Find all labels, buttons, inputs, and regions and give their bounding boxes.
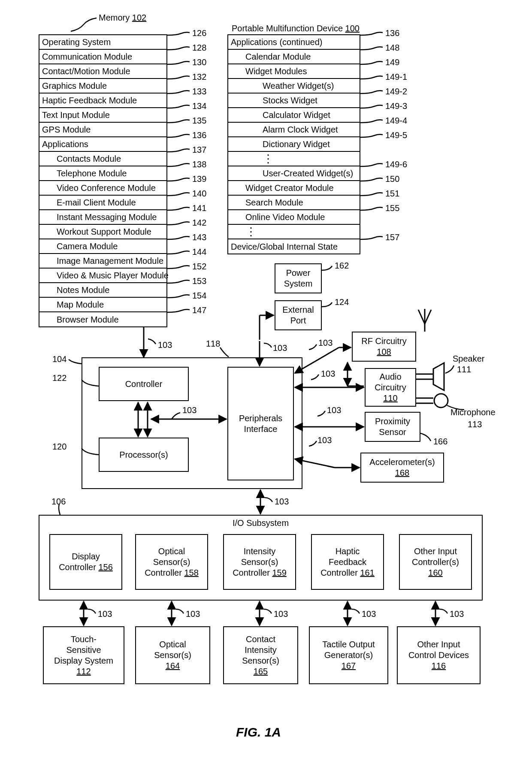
ref-153: 153 <box>192 276 206 286</box>
list-row: Stocks Widget <box>228 94 360 108</box>
list-row: Graphics Module <box>39 79 166 94</box>
ref-140: 140 <box>192 189 206 199</box>
ref-139: 139 <box>192 174 206 184</box>
ref-106: 106 <box>51 497 66 507</box>
memory-box: Operating SystemCommunication ModuleCont… <box>39 34 167 327</box>
ref-152: 152 <box>192 262 206 272</box>
ref-144: 144 <box>192 247 206 257</box>
ref-104: 104 <box>52 354 66 364</box>
audio-circuitry: Audio Circuitry110 <box>365 368 416 407</box>
ref-103-k: 103 <box>274 609 288 619</box>
ref-142: 142 <box>192 218 206 228</box>
ref-130: 130 <box>192 57 206 67</box>
list-row: ⋮ <box>228 225 360 239</box>
list-row: Instant Messaging Module <box>39 210 166 225</box>
ref-103-m: 103 <box>450 609 464 619</box>
haptic-controller: Haptic Feedback Controller 161 <box>311 534 384 590</box>
ref-151: 151 <box>385 189 399 199</box>
external-port: External Port <box>275 300 322 330</box>
optical-controller: Optical Sensor(s) Controller 158 <box>135 534 208 590</box>
list-row: Applications (continued) <box>228 35 360 50</box>
ref-128: 128 <box>192 43 206 53</box>
processor: Processor(s) <box>99 438 189 472</box>
intensity-controller: Intensity Sensor(s) Controller 159 <box>223 534 296 590</box>
ref-149-6: 149-6 <box>385 160 407 169</box>
ref-103-a: 103 <box>158 340 172 350</box>
list-row: Video & Music Player Module <box>39 269 166 283</box>
list-row: Calendar Module <box>228 50 360 64</box>
touch-display: Touch- Sensitive Display System112 <box>43 626 124 684</box>
list-row: Communication Module <box>39 50 166 64</box>
list-row: ⋮ <box>228 152 360 166</box>
list-row: Applications <box>39 137 166 152</box>
ref-149: 149 <box>385 57 399 67</box>
ref-137: 137 <box>192 145 206 155</box>
ref-111: 111 <box>457 365 471 374</box>
ref-148: 148 <box>385 43 399 53</box>
display-controller: Display Controller 156 <box>49 534 122 590</box>
ref-147: 147 <box>192 305 206 315</box>
list-row: Video Conference Module <box>39 181 166 196</box>
ref-126: 126 <box>192 28 206 38</box>
list-row: Contact/Motion Module <box>39 64 166 79</box>
tactile-generator: Tactile Output Generator(s)167 <box>309 626 388 684</box>
list-row: Telephone Module <box>39 166 166 181</box>
list-row: Alarm Clock Widget <box>228 123 360 137</box>
mic-label: Microphone <box>450 408 496 417</box>
power-system: Power System <box>275 263 322 293</box>
ref-162: 162 <box>335 261 349 271</box>
ref-103-l: 103 <box>362 609 376 619</box>
apps-continued-box: Applications (continued)Calendar ModuleW… <box>227 34 360 254</box>
list-row: Text Input Module <box>39 108 166 123</box>
ref-124: 124 <box>335 297 349 307</box>
optical-sensor: Optical Sensor(s)164 <box>135 626 210 684</box>
ref-103-j: 103 <box>186 609 200 619</box>
ref-120: 120 <box>52 442 66 452</box>
ref-166: 166 <box>433 437 447 447</box>
list-row: Online Video Module <box>228 210 360 225</box>
rf-circuitry: RF Circuitry108 <box>352 332 416 362</box>
device-title: Portable Multifunction Device 100 <box>232 24 360 33</box>
ref-103-g: 103 <box>317 435 332 445</box>
list-row: Workout Support Module <box>39 225 166 239</box>
io-subsystem-title: I/O Subsystem <box>39 516 482 528</box>
ref-149-4: 149-4 <box>385 116 407 126</box>
ref-155: 155 <box>385 203 399 213</box>
ref-132: 132 <box>192 72 206 82</box>
peripherals-interface: Peripherals Interface <box>227 367 294 480</box>
ref-149-3: 149-3 <box>385 101 407 111</box>
list-row: GPS Module <box>39 123 166 137</box>
list-row: Device/Global Internal State <box>228 239 360 254</box>
ref-136: 136 <box>192 130 206 140</box>
ref-133: 133 <box>192 87 206 97</box>
contact-sensor: Contact Intensity Sensor(s)165 <box>223 626 298 684</box>
list-row: Dictionary Widget <box>228 137 360 152</box>
list-row: Calculator Widget <box>228 108 360 123</box>
list-row: Haptic Feedback Module <box>39 94 166 108</box>
svg-point-5 <box>434 394 448 408</box>
ref-149-5: 149-5 <box>385 130 407 140</box>
controller: Controller <box>99 367 189 401</box>
ref-103-d: 103 <box>318 338 332 348</box>
ref-135: 135 <box>192 116 206 126</box>
ref-150: 150 <box>385 174 399 184</box>
list-row: User-Created Widget(s) <box>228 166 360 181</box>
ref-103-h: 103 <box>275 497 289 507</box>
list-row: Map Module <box>39 298 166 312</box>
other-devices: Other Input Control Devices116 <box>397 626 481 684</box>
ref-157: 157 <box>385 233 399 242</box>
accelerometer: Accelerometer(s)168 <box>360 453 444 483</box>
other-controller: Other Input Controller(s)160 <box>399 534 472 590</box>
ref-134: 134 <box>192 101 206 111</box>
ref-118: 118 <box>206 339 220 349</box>
ref-154: 154 <box>192 291 206 301</box>
ref-103-e: 103 <box>321 369 335 379</box>
ref-122: 122 <box>52 373 66 383</box>
memory-title: Memory 102 <box>99 13 146 23</box>
ref-141: 141 <box>192 203 206 213</box>
list-row: E-mail Client Module <box>39 196 166 210</box>
list-row: Operating System <box>39 35 166 50</box>
list-row: Browser Module <box>39 312 166 327</box>
ref-149-2: 149-2 <box>385 87 407 97</box>
ref-113: 113 <box>468 420 482 429</box>
